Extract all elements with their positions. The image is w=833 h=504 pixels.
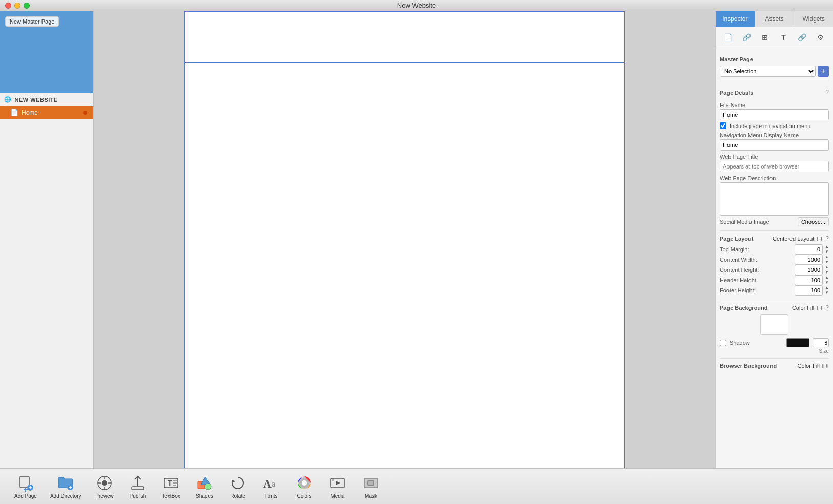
header-height-input[interactable] bbox=[795, 275, 823, 285]
top-margin-input[interactable] bbox=[795, 244, 823, 255]
colors-label: Colors bbox=[297, 493, 312, 499]
web-desc-textarea[interactable] bbox=[720, 182, 829, 216]
mask-icon bbox=[362, 474, 380, 492]
footer-height-row: Footer Height: ▲ ▼ bbox=[720, 285, 829, 296]
inspector-tool-text[interactable]: T bbox=[777, 31, 791, 44]
content-height-up-arrow[interactable]: ▲ bbox=[825, 265, 829, 270]
toolbar-preview[interactable]: Preview bbox=[91, 472, 119, 501]
textbox-icon: T bbox=[162, 474, 180, 492]
content-width-arrows[interactable]: ▲ ▼ bbox=[825, 255, 829, 265]
nav-display-input[interactable] bbox=[720, 139, 829, 151]
page-details-label: Page Details bbox=[720, 90, 753, 96]
toolbar-fonts[interactable]: A a Fonts bbox=[257, 472, 285, 501]
top-margin-up-arrow[interactable]: ▲ bbox=[825, 244, 829, 249]
inspector-body: Master Page No Selection + Page Details … bbox=[716, 48, 833, 468]
content-width-input[interactable] bbox=[795, 255, 823, 265]
layout-value: Centered Layout bbox=[773, 236, 814, 242]
content-width-up-arrow[interactable]: ▲ bbox=[825, 255, 829, 260]
titlebar-buttons bbox=[5, 3, 30, 9]
social-media-row: Social Media Image Choose... bbox=[720, 217, 829, 226]
page-background-swatch[interactable] bbox=[760, 314, 788, 335]
social-media-choose-button[interactable]: Choose... bbox=[798, 217, 829, 226]
content-height-down-arrow[interactable]: ▼ bbox=[825, 270, 829, 275]
inspector-toolbar: 📄 🔗 ⊞ T 🔗 ⚙ bbox=[716, 27, 833, 48]
toolbar-add-page[interactable]: Add Page bbox=[10, 472, 41, 501]
footer-height-down-arrow[interactable]: ▼ bbox=[825, 290, 829, 296]
svg-text:T: T bbox=[168, 479, 172, 487]
toolbar-rotate[interactable]: Rotate bbox=[224, 472, 252, 501]
shadow-checkbox[interactable] bbox=[720, 340, 726, 346]
page-background-help-icon[interactable]: ? bbox=[825, 304, 829, 311]
toolbar-publish[interactable]: Publish bbox=[124, 472, 152, 501]
shapes-icon bbox=[195, 474, 214, 492]
content-height-input[interactable] bbox=[795, 265, 823, 275]
new-master-page-button[interactable]: New Master Page bbox=[5, 16, 59, 27]
canvas-area[interactable] bbox=[94, 11, 715, 468]
bottom-toolbar: Add Page Add Directory Preview bbox=[0, 468, 833, 504]
header-height-up-arrow[interactable]: ▲ bbox=[825, 275, 829, 280]
inspector-tool-settings[interactable]: ⚙ bbox=[814, 31, 828, 44]
shadow-color-swatch[interactable] bbox=[786, 338, 809, 347]
inspector-tool-page[interactable]: 📄 bbox=[721, 31, 735, 44]
shadow-label: Shadow bbox=[730, 340, 783, 346]
content-width-down-arrow[interactable]: ▼ bbox=[825, 260, 829, 265]
nav-display-label: Navigation Menu Display Name bbox=[720, 132, 829, 138]
sidebar-preview: New Master Page bbox=[0, 11, 93, 93]
content-height-arrows[interactable]: ▲ ▼ bbox=[825, 265, 829, 275]
inspector-tool-grid[interactable]: ⊞ bbox=[758, 31, 772, 44]
footer-height-label: Footer Height: bbox=[720, 287, 793, 293]
header-height-down-arrow[interactable]: ▼ bbox=[825, 280, 829, 285]
media-label: Media bbox=[330, 493, 344, 499]
include-nav-row: Include page in navigation menu bbox=[720, 122, 829, 129]
tab-inspector[interactable]: Inspector bbox=[716, 11, 755, 27]
toolbar-textbox[interactable]: T TextBox bbox=[157, 472, 185, 501]
fonts-label: Fonts bbox=[265, 493, 278, 499]
minimize-button[interactable] bbox=[14, 3, 20, 9]
toolbar-shapes[interactable]: Shapes bbox=[191, 472, 219, 501]
page-layout-help-icon[interactable]: ? bbox=[825, 235, 829, 242]
page-content-section bbox=[185, 63, 624, 468]
master-page-row: No Selection + bbox=[720, 66, 829, 77]
add-directory-icon bbox=[56, 474, 75, 492]
page-background-row: Page Background Color Fill ⬆⬇ ? bbox=[720, 304, 829, 311]
web-title-input[interactable] bbox=[720, 161, 829, 172]
top-margin-arrows[interactable]: ▲ ▼ bbox=[825, 244, 829, 255]
footer-height-input[interactable] bbox=[795, 285, 823, 296]
header-height-row: Header Height: ▲ ▼ bbox=[720, 275, 829, 285]
svg-rect-15 bbox=[132, 487, 144, 490]
footer-height-arrows[interactable]: ▲ ▼ bbox=[825, 285, 829, 296]
canvas-inner bbox=[94, 11, 715, 468]
browser-background-label: Browser Background bbox=[720, 363, 798, 369]
add-directory-label: Add Directory bbox=[50, 493, 81, 499]
shadow-size-input[interactable] bbox=[813, 338, 829, 347]
master-page-select[interactable]: No Selection bbox=[720, 66, 816, 77]
mask-label: Mask bbox=[365, 493, 377, 499]
toolbar-mask[interactable]: Mask bbox=[357, 472, 385, 501]
inspector-tool-hyperlink[interactable]: 🔗 bbox=[795, 31, 809, 44]
page-canvas bbox=[184, 11, 625, 468]
file-name-input[interactable] bbox=[720, 109, 829, 120]
tab-widgets[interactable]: Widgets bbox=[794, 11, 833, 27]
include-nav-checkbox[interactable] bbox=[720, 122, 726, 129]
size-label: Size bbox=[819, 348, 829, 354]
publish-label: Publish bbox=[130, 493, 147, 499]
maximize-button[interactable] bbox=[24, 3, 30, 9]
web-title-label: Web Page Title bbox=[720, 154, 829, 160]
site-header: 🌐 NEW WEBSITE bbox=[0, 93, 93, 106]
inspector-tool-link[interactable]: 🔗 bbox=[739, 31, 754, 44]
preview-icon bbox=[95, 474, 114, 492]
toolbar-media[interactable]: Media bbox=[324, 472, 352, 501]
header-height-label: Header Height: bbox=[720, 277, 793, 283]
master-page-add-button[interactable]: + bbox=[818, 66, 829, 77]
page-details-help-icon[interactable]: ? bbox=[825, 89, 829, 96]
footer-height-up-arrow[interactable]: ▲ bbox=[825, 285, 829, 290]
page-header-section bbox=[185, 12, 624, 63]
toolbar-colors[interactable]: Colors bbox=[290, 472, 319, 501]
toolbar-add-directory[interactable]: Add Directory bbox=[46, 472, 86, 501]
top-margin-down-arrow[interactable]: ▼ bbox=[825, 249, 829, 255]
sidebar: New Master Page 🌐 NEW WEBSITE 📄 Home bbox=[0, 11, 94, 468]
sidebar-item-home[interactable]: 📄 Home bbox=[0, 106, 93, 119]
tab-assets[interactable]: Assets bbox=[755, 11, 795, 27]
header-height-arrows[interactable]: ▲ ▼ bbox=[825, 275, 829, 285]
close-button[interactable] bbox=[5, 3, 11, 9]
